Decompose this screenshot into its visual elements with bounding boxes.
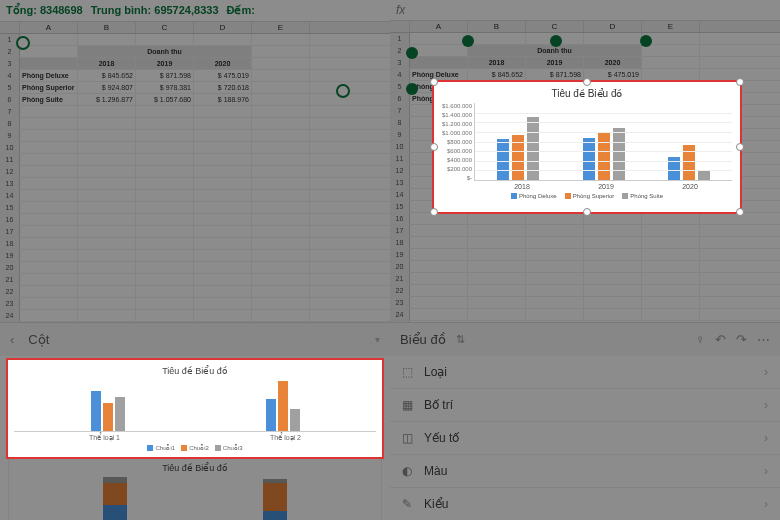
menu-label: Loại bbox=[424, 365, 447, 379]
inserted-chart[interactable]: Tiêu đề Biểu đồ $1.600.000$1.400.000$1.2… bbox=[432, 80, 742, 214]
chart-thumb-title: Tiêu đề Biểu đồ bbox=[15, 463, 375, 473]
menu-icon: ▦ bbox=[402, 398, 424, 412]
selection-dot[interactable] bbox=[462, 35, 474, 47]
menu-item[interactable]: ◐Màu› bbox=[390, 455, 780, 488]
chart-thumb-clustered[interactable]: Tiêu đề Biểu đồ Thể loại 1 Thể loại 2 Ch… bbox=[6, 358, 384, 459]
selection-handle-top-left[interactable] bbox=[16, 36, 30, 50]
col-a[interactable]: A bbox=[20, 22, 78, 33]
hint-icon[interactable]: ♀ bbox=[695, 332, 705, 347]
selection-dot[interactable] bbox=[406, 83, 418, 95]
chevron-right-icon: › bbox=[764, 398, 768, 412]
menu-label: Bố trí bbox=[424, 398, 453, 412]
col-d[interactable]: D bbox=[194, 22, 252, 33]
close-icon[interactable]: ⋯ bbox=[757, 332, 770, 347]
col-e[interactable]: E bbox=[252, 22, 310, 33]
spreadsheet-left[interactable]: A B C D E 12Doanh thu32018201920204Phòng… bbox=[0, 22, 390, 322]
chart-thumb-title: Tiêu đề Biểu đồ bbox=[14, 366, 376, 376]
count-label: Đếm: bbox=[227, 4, 255, 16]
x-label: Thể loại 2 bbox=[270, 434, 301, 442]
dropdown-icon[interactable]: ▾ bbox=[375, 334, 380, 345]
menu-item[interactable]: ⬚Loại› bbox=[390, 356, 780, 389]
formula-bar[interactable]: fx bbox=[390, 0, 780, 21]
fx-icon[interactable]: fx bbox=[396, 3, 405, 17]
menu-label: Màu bbox=[424, 464, 447, 478]
menu-icon: ⬚ bbox=[402, 365, 424, 379]
selection-handle-bottom-right[interactable] bbox=[336, 84, 350, 98]
menu-item[interactable]: ▦Bố trí› bbox=[390, 389, 780, 422]
menu-label: Yếu tố bbox=[424, 431, 459, 445]
avg-label: Trung bình: bbox=[91, 4, 151, 16]
col-c[interactable]: C bbox=[136, 22, 194, 33]
menu-icon: ✎ bbox=[402, 497, 424, 511]
menu-item[interactable]: ◫Yếu tố› bbox=[390, 422, 780, 455]
menu-icon: ◐ bbox=[402, 464, 424, 478]
chart-toolbar: Biểu đồ ⇅ ♀ ↶ ↷ ⋯ bbox=[390, 322, 780, 356]
col-b[interactable]: B bbox=[78, 22, 136, 33]
x-label: Thể loại 1 bbox=[89, 434, 120, 442]
chart-type-label: Cột bbox=[28, 332, 49, 347]
chevron-right-icon: › bbox=[764, 497, 768, 511]
chevron-right-icon: › bbox=[764, 365, 768, 379]
back-chevron-icon[interactable]: ‹ bbox=[10, 332, 14, 347]
chart-type-bar[interactable]: ‹ Cột ▾ bbox=[0, 322, 390, 356]
sum-value: 8348698 bbox=[40, 4, 83, 16]
chevron-right-icon: › bbox=[764, 431, 768, 445]
selection-dot[interactable] bbox=[406, 47, 418, 59]
menu-label: Kiểu bbox=[424, 497, 448, 511]
stats-bar: Tổng: 8348698 Trung bình: 695724,8333 Đế… bbox=[0, 0, 390, 22]
redo-icon[interactable]: ↷ bbox=[736, 332, 747, 347]
selection-dot[interactable] bbox=[640, 35, 652, 47]
chevron-right-icon: › bbox=[764, 464, 768, 478]
chart-menu: ⬚Loại›▦Bố trí›◫Yếu tố›◐Màu›✎Kiểu› bbox=[390, 356, 780, 520]
chart-title: Tiêu đề Biểu đồ bbox=[442, 88, 732, 99]
sum-label: Tổng: bbox=[6, 4, 37, 16]
undo-icon[interactable]: ↶ bbox=[715, 332, 726, 347]
menu-icon: ◫ bbox=[402, 431, 424, 445]
toolbar-title: Biểu đồ bbox=[400, 332, 446, 347]
avg-value: 695724,8333 bbox=[154, 4, 218, 16]
menu-item[interactable]: ✎Kiểu› bbox=[390, 488, 780, 520]
selection-dot[interactable] bbox=[550, 35, 562, 47]
sort-icon[interactable]: ⇅ bbox=[456, 333, 465, 346]
chart-thumb-stacked[interactable]: Tiêu đề Biểu đồ bbox=[8, 456, 382, 520]
